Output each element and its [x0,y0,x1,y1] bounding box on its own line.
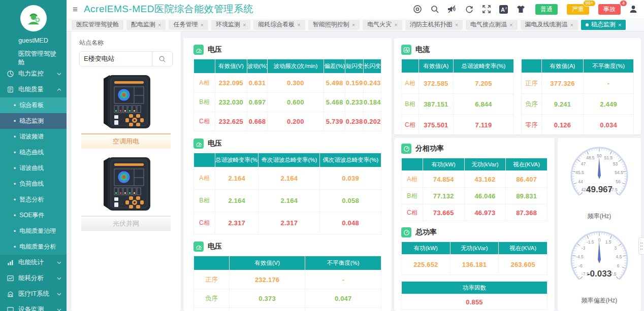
font-size-icon[interactable]: A2 [499,5,508,14]
table-row: B相232.0300.6970.6005.4680.2330.184 [194,93,381,112]
app-title: AcrelEMS-MED医院综合能效管理系统 [84,3,253,16]
value-cell: 2.317 [259,212,320,234]
svg-text:-4.5: -4.5 [576,254,584,259]
tab-4[interactable]: 能耗综合看板× [253,20,305,30]
tab-label: 消防主机拓扑图 [410,20,453,29]
sidebar-subitem-9[interactable]: •暂态分析 [0,192,67,208]
value-cell: 225.652 [402,255,450,275]
tab-close-icon[interactable]: × [455,22,458,28]
table-header-cell: 波动(%) [247,59,267,74]
value-cell: 9.241 [541,94,583,115]
hamburger-menu-icon[interactable]: ≡ [73,5,78,14]
table-header-cell: 总谐波畸变率(%) [215,153,259,167]
tab-label: 任务管理 [173,20,198,29]
target-icon[interactable] [412,5,422,14]
refresh-icon[interactable] [464,5,474,14]
sidebar-subitem-12[interactable]: •电能质量分析 [0,239,67,255]
sidebar-item-2[interactable]: 电能质量 [0,82,67,97]
table-header-row: 功率因数 [402,282,548,294]
value-cell: 232.030 [215,93,247,112]
theme-shirt-icon[interactable] [516,5,526,14]
row-label-cell: A相 [194,167,215,190]
row-label-cell: A相 [402,171,423,188]
tab-1[interactable]: 配电监测× [126,20,166,30]
tab-label: 能耗综合看板 [258,20,295,29]
voltage-icon [194,139,204,149]
station-search-button[interactable] [152,52,172,66]
table-header-cell [402,59,419,73]
alarm-accident-button[interactable]: 事故4 [598,4,621,15]
sidebar-item-1[interactable]: 电力监控 [0,66,67,82]
value-cell: 0.300 [268,74,324,93]
sidebar-item-label: 电能质量 [18,85,44,94]
table-header-row: 总谐波畸变率(%)奇次谐波总畸变率(%)偶次谐波总畸变率(%) [194,153,381,167]
sidebar-item-label: 电能质量治理 [19,227,56,235]
sidebar-subitem-11[interactable]: •电能质量治理 [0,223,67,239]
tab-5[interactable]: 智能照明控制× [308,20,360,30]
chevron-down-icon [57,277,61,280]
current-basic-table: 有效值(A)总谐波畸变率(%)A相372.5857.205B相387.1516.… [401,59,514,135]
station-search-input[interactable] [80,52,152,66]
fullscreen-icon[interactable] [481,5,491,14]
tab-8[interactable]: 电气接点测温× [466,20,517,30]
power-card: 分相功率 有功(kW)无功(kVar)视在(KVA)A相74.85443.162… [394,138,555,311]
tab-0[interactable]: 医院管理驾驶舱 [72,20,123,30]
sidebar-item-13[interactable]: 电能统计 [0,255,67,270]
tab-7[interactable]: 消防主机拓扑图× [405,20,463,30]
tab-10[interactable]: 稳态监测× [581,20,626,30]
section-title: 电压 [208,139,222,148]
sidebar-subitem-8[interactable]: •负荷曲线 [0,176,67,192]
tab-6[interactable]: 电气火灾× [363,20,402,30]
user-icon[interactable] [628,5,638,14]
value-cell: 2.164 [215,190,259,212]
tab-close-icon[interactable]: × [509,22,512,28]
tab-close-icon[interactable]: × [297,22,300,28]
tab-close-icon[interactable]: × [200,22,203,28]
mute-icon[interactable] [447,5,457,14]
phase-power-icon [401,144,411,154]
device-1[interactable]: 光伏并网 [79,155,173,231]
sidebar-item-14[interactable]: 能耗分析 [0,270,67,286]
sidebar-item-15[interactable]: 医疗IT系统 [0,286,67,302]
value-cell: 0.047 [305,289,381,308]
table-header-cell [194,256,230,270]
chevron-down-icon [57,293,61,296]
tab-2[interactable]: 任务管理× [169,20,208,30]
tab-close-icon[interactable]: × [618,22,621,28]
table-header-row: 有效值(V)不平衡度(%) [194,256,381,270]
tab-close-icon[interactable]: × [394,22,397,28]
alarm-severe-button[interactable]: 严重99+ [567,4,589,15]
voltage-sequence-table: 有效值(V)不平衡度(%)正序232.176-负序0.3730.047零序0.1… [194,256,381,311]
sidebar-subitem-5[interactable]: •谐波频谱 [0,129,67,145]
table-row: 正序377.326- [522,73,634,94]
tab-3[interactable]: 环境监测× [211,20,250,30]
value-cell: 263.605 [499,255,548,275]
sidebar-subitem-10[interactable]: •SOE事件 [0,208,67,223]
tab-close-icon[interactable]: × [352,22,355,28]
svg-text:44: 44 [578,179,583,184]
device-0[interactable]: 空调用电 [79,73,173,149]
sidebar-subitem-3[interactable]: •综合看板 [0,97,67,113]
panel-collapse-handle[interactable] [638,237,644,255]
tab-close-icon[interactable]: × [243,22,246,28]
sidebar-subitem-7[interactable]: •谐波曲线 [0,160,67,176]
table-header-cell: 有效值(A) [418,59,453,73]
sidebar-item-16[interactable]: 设备监测 [0,302,67,311]
alarm-normal-button[interactable]: 普通 [535,4,558,15]
svg-text:-0.033: -0.033 [587,269,611,279]
tab-close-icon[interactable]: × [570,22,573,28]
tab-close-icon[interactable]: × [158,22,161,28]
search-icon[interactable] [430,5,439,14]
sidebar-subitem-4[interactable]: •稳态监测 [0,113,67,129]
table-row: 零序0.1260.034 [522,115,634,135]
sidebar-item-label: 医疗IT系统 [18,290,49,298]
sidebar-item-0[interactable]: 医院管理驾驶舱 [0,50,67,66]
table-header-cell [194,153,215,167]
sidebar-subitem-6[interactable]: •稳态曲线 [0,145,67,160]
frequency-gauge-block: 42.54445.54748.55051.55354.55657.549.967… [559,144,639,221]
sidebar-item-label: SOE事件 [19,211,44,220]
tab-9[interactable]: 漏电及线缆测温× [521,20,578,30]
value-cell: 0.243 [363,74,381,93]
table-row: C相73.66546.97387.368 [402,204,548,221]
value-cell: 2.449 [584,94,634,115]
